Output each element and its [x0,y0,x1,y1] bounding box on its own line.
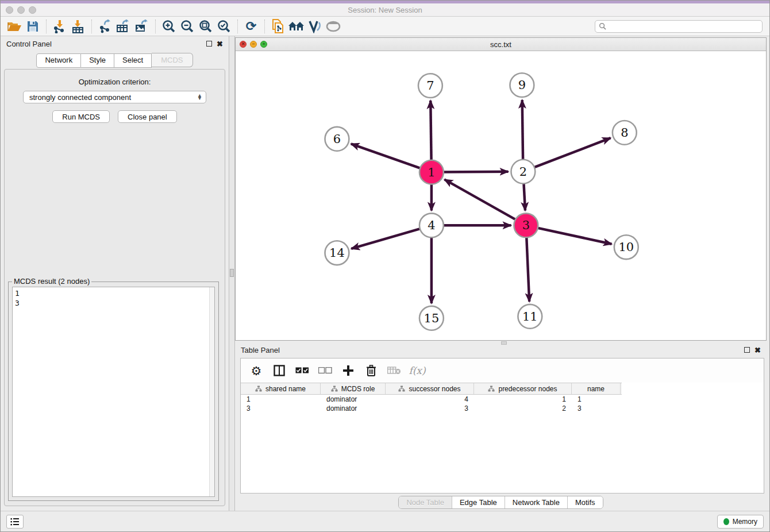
memory-button[interactable]: Memory [717,515,764,529]
zoom-in-button[interactable] [160,18,178,34]
node-11[interactable]: 11 [518,304,542,329]
zoom-out-button[interactable] [178,18,197,34]
tab-select[interactable]: Select [114,53,152,68]
panel-splitter[interactable] [229,36,235,511]
zoom-out-icon [180,20,194,33]
search-input[interactable] [609,22,759,30]
cell-predecessor-nodes[interactable]: 2 [474,404,572,413]
clone-network-icon [271,19,285,34]
svg-text:4: 4 [428,218,435,232]
select-all-columns-button[interactable] [295,363,310,379]
zoom-fit-button[interactable] [197,18,215,34]
zoom-in-icon [162,20,176,33]
edge-1-6[interactable] [351,144,432,172]
column-header-name[interactable]: name [572,383,621,394]
network-maximize-button[interactable]: + [260,41,267,48]
table-row[interactable]: 3dominator323 [241,404,622,413]
close-panel-button[interactable]: Close panel [118,110,177,123]
cell-successor-nodes[interactable]: 4 [386,395,474,403]
network-minimize-button[interactable]: − [250,41,257,48]
refresh-button[interactable]: ⟳ [242,18,260,34]
cell-shared-name[interactable]: 3 [241,404,321,413]
network-window-titlebar[interactable]: ✕ − + scc.txt [236,38,766,51]
float-table-panel-icon[interactable] [744,347,750,353]
control-panel-tabs: NetworkStyleSelectMCDS [1,53,229,68]
node-4[interactable]: 4 [419,213,444,237]
status-bar: Memory [1,511,769,531]
save-session-button[interactable] [24,18,42,34]
list-icon [10,518,20,526]
cell-MCDS-role[interactable]: dominator [321,395,386,403]
column-header-successor-nodes[interactable]: successor nodes [386,383,474,394]
titlebar[interactable]: Session: New Session [1,3,769,17]
horizontal-splitter-grip[interactable] [501,341,507,345]
edge-2-8[interactable] [523,138,610,171]
search-field[interactable] [595,20,763,33]
network-graph-canvas[interactable]: 7968124314101511 [236,51,766,340]
tab-edge-table[interactable]: Edge Table [452,496,505,508]
vizmapper-button[interactable] [306,18,324,34]
hide-button[interactable] [324,18,342,34]
close-table-panel-icon[interactable]: ✖ [754,346,761,354]
deselect-all-columns-button[interactable] [318,363,333,379]
column-header-shared-name[interactable]: shared name [241,383,321,394]
mcds-result-box[interactable]: 1 3 [12,287,215,497]
tab-style[interactable]: Style [81,53,114,68]
import-network-button[interactable] [51,18,69,34]
zoom-selected-button[interactable] [215,18,233,34]
result-scrollbar[interactable] [209,287,214,496]
node-1[interactable]: 1 [419,160,444,184]
cell-predecessor-nodes[interactable]: 1 [474,395,572,403]
control-panel-header: Control Panel ✖ [1,36,229,51]
edge-3-10[interactable] [526,225,611,244]
node-2[interactable]: 2 [511,160,535,184]
export-table-button[interactable] [114,18,133,34]
node-3[interactable]: 3 [514,213,538,237]
svg-text:9: 9 [518,78,526,92]
show-columns-button[interactable] [272,363,287,379]
clone-network-button[interactable] [269,18,287,34]
table-settings-button[interactable]: ⚙ [249,363,264,379]
cell-name[interactable]: 3 [572,404,621,413]
cell-shared-name[interactable]: 1 [241,395,321,403]
cell-MCDS-role[interactable]: dominator [321,404,386,413]
column-type-icon [488,385,495,392]
export-network-button[interactable] [96,18,114,34]
tab-network-table[interactable]: Network Table [505,496,568,508]
delete-column-button[interactable] [364,363,379,379]
cell-name[interactable]: 1 [572,395,621,403]
splitter-grip[interactable] [230,269,234,277]
node-8[interactable]: 8 [613,121,637,145]
svg-text:15: 15 [424,311,440,325]
import-table-icon [71,20,85,33]
zoom-selected-icon [217,20,231,33]
float-panel-icon[interactable] [206,41,212,47]
node-9[interactable]: 9 [510,73,534,97]
node-15[interactable]: 15 [419,306,444,330]
close-panel-icon[interactable]: ✖ [217,40,223,48]
run-mcds-button[interactable]: Run MCDS [52,110,110,123]
criterion-select[interactable]: strongly connected component ▲▼ [23,91,206,103]
tab-motifs[interactable]: Motifs [568,496,603,508]
column-header-predecessor-nodes[interactable]: predecessor nodes [474,383,572,394]
node-6[interactable]: 6 [325,127,349,151]
svg-text:2: 2 [519,165,527,179]
open-session-button[interactable] [5,18,24,34]
task-history-button[interactable] [6,515,24,529]
network-close-button[interactable]: ✕ [240,41,247,48]
table-row[interactable]: 1dominator411 [241,395,622,404]
tab-network[interactable]: Network [36,53,81,68]
toolbar-separator [91,20,92,33]
node-7[interactable]: 7 [418,74,442,98]
column-header-MCDS-role[interactable]: MCDS role [321,383,386,394]
node-10[interactable]: 10 [614,235,638,259]
cell-successor-nodes[interactable]: 3 [386,404,474,413]
tab-mcds[interactable]: MCDS [152,53,192,67]
node-14[interactable]: 14 [325,241,349,265]
import-table-button[interactable] [69,18,87,34]
home-button[interactable] [287,18,306,34]
create-column-button[interactable] [341,363,356,379]
export-image-button[interactable] [133,18,151,34]
tab-node-table[interactable]: Node Table [399,496,452,508]
edge-3-1[interactable] [444,179,526,225]
